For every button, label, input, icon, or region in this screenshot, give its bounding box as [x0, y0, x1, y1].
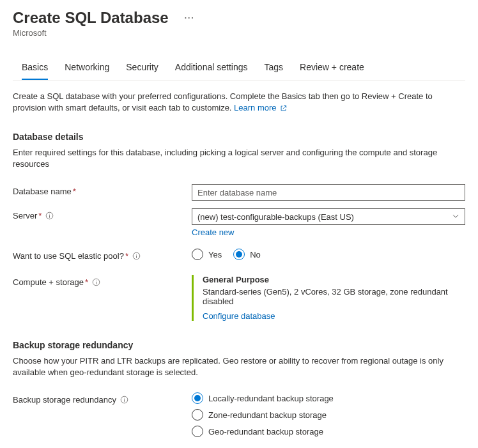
page-title: Create SQL Database ···: [13, 9, 465, 27]
radio-label: Locally-redundant backup storage: [208, 394, 334, 403]
section-backup-title: Backup storage redundancy: [13, 340, 465, 350]
label-server-text: Server: [13, 211, 37, 220]
radio-icon: [192, 426, 203, 437]
backup-geo[interactable]: Geo-redundant backup storage: [192, 426, 323, 437]
row-elastic-pool: Want to use SQL elastic pool? * Yes No: [13, 249, 465, 261]
radio-label: Geo-redundant backup storage: [208, 427, 323, 436]
page-subtitle: Microsoft: [13, 28, 465, 38]
tab-additional-settings[interactable]: Additional settings: [175, 56, 248, 80]
learn-more-text: Learn more: [234, 103, 276, 112]
tab-review-create[interactable]: Review + create: [300, 56, 364, 80]
compute-tier-title: General Purpose: [203, 275, 465, 284]
external-link-icon: [279, 103, 287, 112]
backup-locally[interactable]: Locally-redundant backup storage: [192, 392, 334, 404]
server-select[interactable]: (new) test-configurable-backups (East US…: [192, 208, 465, 225]
info-icon[interactable]: [132, 252, 141, 260]
intro-body: Create a SQL database with your preferre…: [13, 91, 433, 112]
info-icon[interactable]: [45, 212, 54, 220]
tab-security[interactable]: Security: [126, 56, 158, 80]
more-icon[interactable]: ···: [185, 13, 195, 22]
elastic-pool-no[interactable]: No: [233, 249, 261, 260]
section-db-details-title: Database details: [13, 132, 465, 142]
row-compute-storage: Compute + storage * General Purpose Stan…: [13, 275, 465, 321]
tab-tags[interactable]: Tags: [264, 56, 283, 80]
configure-database-link[interactable]: Configure database: [203, 311, 275, 321]
required-asterisk: *: [38, 211, 42, 220]
label-db-name-text: Database name: [13, 187, 72, 196]
label-elastic-pool: Want to use SQL elastic pool? *: [13, 249, 192, 261]
label-backup-redundancy: Backup storage redundancy: [13, 392, 192, 405]
section-backup-desc: Choose how your PITR and LTR backups are…: [13, 355, 465, 378]
intro-text: Create a SQL database with your preferre…: [13, 91, 465, 114]
chevron-down-icon: [452, 212, 459, 222]
backup-redundancy-radio-group: Locally-redundant backup storage Zone-re…: [192, 392, 465, 437]
info-icon[interactable]: [92, 278, 100, 286]
compute-tier-desc: Standard-series (Gen5), 2 vCores, 32 GB …: [203, 287, 465, 306]
row-db-name: Database name *: [13, 184, 465, 201]
label-server: Server *: [13, 208, 192, 220]
tab-basics[interactable]: Basics: [22, 56, 48, 80]
label-backup-redundancy-text: Backup storage redundancy: [13, 395, 116, 405]
radio-icon: [192, 392, 203, 404]
radio-icon: [233, 249, 245, 260]
svg-point-7: [124, 398, 125, 399]
page-title-text: Create SQL Database: [13, 9, 169, 27]
info-icon[interactable]: [120, 396, 128, 404]
radio-icon: [192, 409, 203, 421]
backup-zone[interactable]: Zone-redundant backup storage: [192, 409, 327, 421]
radio-icon: [192, 249, 203, 260]
label-db-name: Database name *: [13, 184, 192, 196]
radio-label: No: [250, 250, 261, 259]
svg-point-3: [136, 254, 137, 255]
row-server: Server * (new) test-configurable-backups…: [13, 208, 465, 237]
elastic-pool-yes[interactable]: Yes: [192, 249, 222, 260]
compute-summary: General Purpose Standard-series (Gen5), …: [192, 275, 465, 321]
label-elastic-pool-text: Want to use SQL elastic pool?: [13, 251, 124, 261]
row-backup-redundancy: Backup storage redundancy Locally-redund…: [13, 392, 465, 437]
label-compute-storage: Compute + storage *: [13, 275, 192, 287]
required-asterisk: *: [85, 277, 88, 287]
label-compute-storage-text: Compute + storage: [13, 277, 84, 287]
db-name-input[interactable]: [192, 184, 465, 201]
create-new-server-link[interactable]: Create new: [192, 228, 234, 237]
tabs: Basics Networking Security Additional se…: [13, 56, 465, 81]
radio-label: Zone-redundant backup storage: [208, 410, 327, 420]
learn-more-link[interactable]: Learn more: [234, 103, 287, 112]
svg-point-5: [96, 281, 96, 281]
required-asterisk: *: [125, 251, 128, 261]
required-asterisk: *: [73, 187, 76, 196]
section-db-details-desc: Enter required settings for this databas…: [13, 147, 465, 170]
tab-networking[interactable]: Networking: [65, 56, 109, 80]
radio-label: Yes: [208, 250, 222, 259]
svg-point-1: [49, 214, 50, 215]
elastic-pool-radio-group: Yes No: [192, 249, 465, 260]
server-select-value: (new) test-configurable-backups (East US…: [197, 212, 354, 222]
